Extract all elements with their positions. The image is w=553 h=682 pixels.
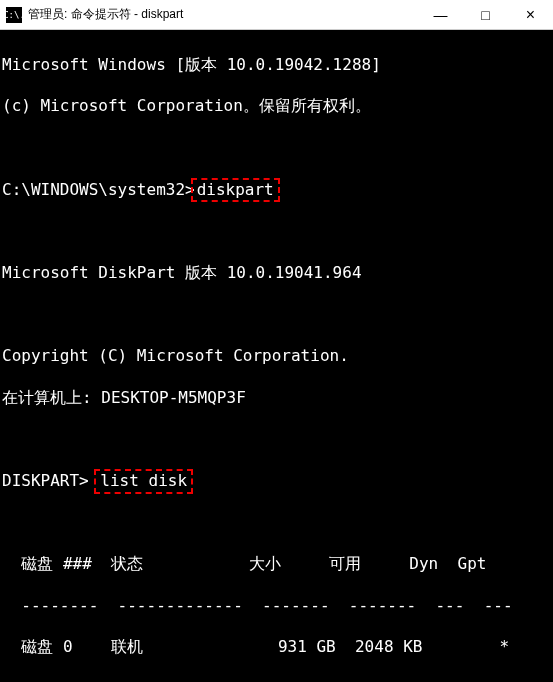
prompt-text: C:\WINDOWS\system32> [2, 180, 195, 199]
terminal-line: C:\WINDOWS\system32>diskpart [2, 180, 551, 201]
window-title: 管理员: 命令提示符 - diskpart [28, 6, 418, 23]
diskpart-prompt: DISKPART> [2, 471, 89, 490]
minimize-button[interactable]: — [418, 0, 463, 29]
cmd-icon: C:\. [6, 7, 22, 23]
terminal-blank [2, 429, 551, 450]
highlight-list-disk: list disk [94, 469, 193, 494]
terminal-line: (c) Microsoft Corporation。保留所有权利。 [2, 96, 551, 117]
terminal-line: 在计算机上: DESKTOP-M5MQP3F [2, 388, 551, 409]
close-button[interactable]: × [508, 0, 553, 29]
terminal-blank [2, 512, 551, 533]
highlight-diskpart: diskpart [191, 178, 280, 203]
terminal-line: Microsoft Windows [版本 10.0.19042.1288] [2, 55, 551, 76]
window-titlebar: C:\. 管理员: 命令提示符 - diskpart — □ × [0, 0, 553, 30]
terminal-line: DISKPART> list disk [2, 471, 551, 492]
maximize-button[interactable]: □ [463, 0, 508, 29]
terminal-line: Copyright (C) Microsoft Corporation. [2, 346, 551, 367]
terminal-blank [2, 138, 551, 159]
terminal-line: Microsoft DiskPart 版本 10.0.19041.964 [2, 263, 551, 284]
terminal-blank [2, 304, 551, 325]
disk-table-divider: -------- ------------- ------- ------- -… [2, 596, 551, 617]
disk-table-header: 磁盘 ### 状态 大小 可用 Dyn Gpt [2, 554, 551, 575]
terminal-blank [2, 221, 551, 242]
disk-table-row: 磁盘 0 联机 931 GB 2048 KB * [2, 637, 551, 658]
window-controls: — □ × [418, 0, 553, 29]
terminal-area[interactable]: Microsoft Windows [版本 10.0.19042.1288] (… [0, 30, 553, 682]
